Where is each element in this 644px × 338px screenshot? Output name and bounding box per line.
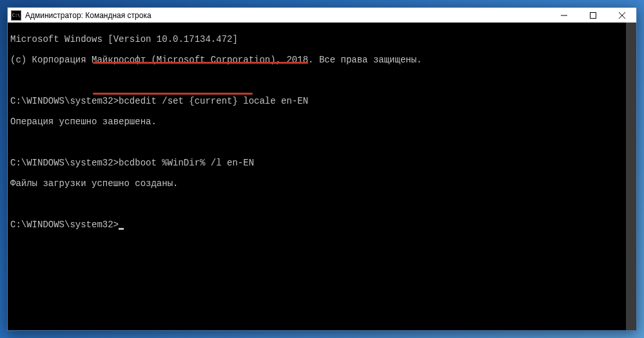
terminal-area[interactable]: Microsoft Windows [Version 10.0.17134.47…: [8, 23, 636, 330]
command-2: bcdboot %WinDir% /l en-EN: [119, 158, 254, 168]
prompt-1: C:\WINDOWS\system32>: [10, 96, 119, 106]
annotation-underline-2: [93, 93, 253, 95]
response-1: Операция успешно завершена.: [10, 117, 157, 127]
window-title: Администратор: Командная строка: [25, 11, 549, 20]
minimize-button[interactable]: [549, 8, 578, 23]
app-icon: C:\: [11, 10, 21, 21]
maximize-button[interactable]: [578, 8, 607, 23]
response-2: Файлы загрузки успешно созданы.: [10, 178, 178, 189]
close-button[interactable]: [607, 8, 636, 23]
prompt-2: C:\WINDOWS\system32>: [10, 158, 119, 168]
annotation-underline-1: [93, 62, 308, 64]
cursor: [119, 228, 124, 230]
command-1: bcdedit /set {current} locale en-EN: [119, 96, 308, 106]
prompt-3: C:\WINDOWS\system32>: [10, 220, 119, 230]
cmd-window: C:\ Администратор: Командная строка Micr…: [7, 7, 637, 331]
version-line: Microsoft Windows [Version 10.0.17134.47…: [10, 34, 238, 44]
scrollbar-vertical[interactable]: [626, 23, 636, 330]
window-controls: [549, 8, 636, 23]
terminal-content: Microsoft Windows [Version 10.0.17134.47…: [10, 24, 634, 271]
titlebar[interactable]: C:\ Администратор: Командная строка: [8, 8, 636, 23]
svg-rect-1: [590, 12, 596, 18]
scrollbar-thumb[interactable]: [626, 23, 636, 330]
